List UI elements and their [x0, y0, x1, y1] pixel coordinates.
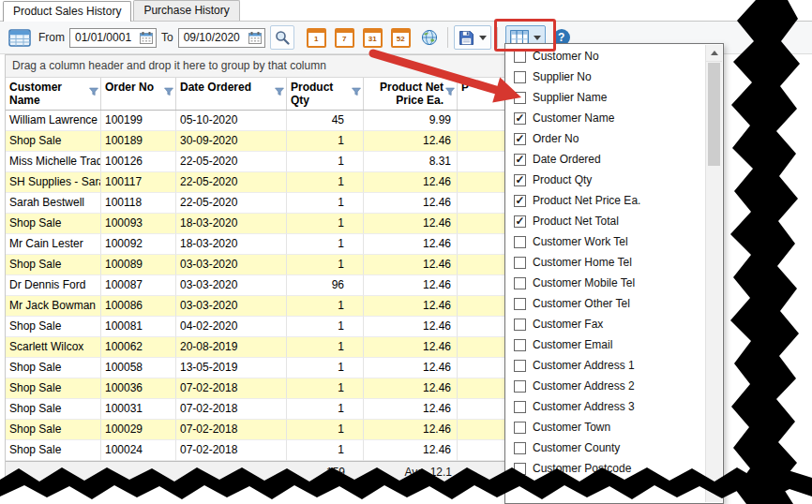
- unchecked-checkbox[interactable]: [514, 257, 526, 269]
- column-chooser-item-customer-postcode[interactable]: Customer Postcode: [506, 458, 706, 479]
- column-chooser-item-supplier-name[interactable]: Supplier Name: [506, 87, 706, 108]
- column-chooser-item-label: Customer Address 3: [533, 400, 635, 413]
- unchecked-checkbox[interactable]: [514, 360, 526, 372]
- column-chooser-item-product-qty[interactable]: ✓Product Qty: [506, 170, 706, 190]
- table-cell: 1: [287, 214, 364, 234]
- period-number: 31: [365, 33, 381, 46]
- unchecked-checkbox[interactable]: [514, 236, 526, 248]
- table-cell: Sarah Bestwell: [6, 193, 101, 214]
- from-date-input[interactable]: 01/01/0001: [69, 28, 157, 48]
- chevron-down-icon[interactable]: [479, 36, 487, 40]
- filter-icon[interactable]: [352, 87, 361, 96]
- unchecked-checkbox[interactable]: [514, 339, 526, 351]
- checked-checkbox[interactable]: ✓: [514, 154, 526, 166]
- table-cell: Scarlett Wilcox: [6, 337, 101, 358]
- table-cell: Shop Sale: [6, 440, 101, 461]
- unchecked-checkbox[interactable]: [514, 92, 526, 104]
- unchecked-checkbox[interactable]: [514, 51, 526, 63]
- to-date-input[interactable]: 09/10/2020: [178, 28, 265, 48]
- table-cell: 07-02-2018: [176, 378, 287, 399]
- checked-checkbox[interactable]: ✓: [514, 133, 526, 145]
- scrollbar-thumb[interactable]: [708, 63, 720, 166]
- column-chooser-item-customer-mobile-tel[interactable]: Customer Mobile Tel: [506, 273, 706, 293]
- column-header-label: P: [461, 81, 469, 94]
- column-chooser-item-date-ordered[interactable]: ✓Date Ordered: [506, 149, 706, 170]
- column-chooser-item-label: Customer Name: [533, 111, 614, 125]
- globe-button[interactable]: [417, 25, 442, 50]
- column-chooser-item-product-net-total[interactable]: ✓Product Net Total: [506, 211, 706, 231]
- tab-purchase-history[interactable]: Purchase History: [133, 0, 239, 21]
- column-chooser-item-customer-address-3[interactable]: Customer Address 3: [506, 396, 706, 417]
- checked-checkbox[interactable]: ✓: [514, 195, 526, 207]
- table-cell: 1: [287, 399, 364, 420]
- checked-checkbox[interactable]: ✓: [514, 215, 526, 228]
- period-31-button[interactable]: 31: [360, 25, 385, 50]
- period-7-button[interactable]: 7: [332, 25, 357, 50]
- table-cell: 22-05-2020: [176, 152, 287, 172]
- column-header-label: Order No: [105, 81, 154, 94]
- table-cell: 100118: [101, 193, 176, 214]
- checked-checkbox[interactable]: ✓: [514, 174, 526, 186]
- period-number: 1: [308, 33, 324, 46]
- search-button[interactable]: [270, 25, 294, 50]
- table-cell: 12.46: [364, 337, 458, 358]
- column-chooser-item-customer-home-tel[interactable]: Customer Home Tel: [506, 252, 706, 273]
- to-date-value: 09/10/2020: [184, 31, 240, 44]
- column-chooser-item-supplier-no[interactable]: Supplier No: [506, 67, 706, 87]
- column-header-label: Date Ordered: [180, 81, 251, 94]
- table-cell: 13-05-2019: [176, 358, 287, 378]
- save-split-button[interactable]: [454, 25, 491, 50]
- column-chooser-item-customer-work-tel[interactable]: Customer Work Tel: [506, 231, 706, 252]
- column-chooser-item-label: Customer Town: [533, 421, 610, 434]
- column-chooser-item-label: Product Qty: [533, 173, 592, 186]
- column-chooser-item-order-no[interactable]: ✓Order No: [506, 128, 706, 149]
- table-cell: 22-05-2020: [176, 172, 287, 193]
- calendar-icon[interactable]: [248, 32, 262, 44]
- column-chooser-item-customer-email[interactable]: Customer Email: [506, 334, 706, 355]
- column-chooser-item-customer-town[interactable]: Customer Town: [506, 417, 706, 437]
- grid-view-button[interactable]: [6, 25, 34, 50]
- period-1-button[interactable]: 1: [304, 25, 329, 50]
- scroll-up-button[interactable]: [706, 45, 722, 62]
- unchecked-checkbox[interactable]: [514, 298, 526, 310]
- unchecked-checkbox[interactable]: [514, 319, 526, 331]
- filter-icon[interactable]: [164, 87, 173, 96]
- filter-icon[interactable]: [445, 87, 455, 96]
- unchecked-checkbox[interactable]: [514, 277, 526, 289]
- column-header-label: Product Net Price Ea.: [368, 81, 444, 107]
- filter-icon[interactable]: [275, 87, 284, 96]
- column-chooser-item-product-net-price-ea[interactable]: ✓Product Net Price Ea.: [506, 190, 706, 211]
- column-chooser-item-customer-address-1[interactable]: Customer Address 1: [506, 355, 706, 376]
- dropdown-scrollbar[interactable]: [705, 45, 722, 502]
- summary-qty-total: 159: [287, 462, 364, 483]
- column-header-date-ordered[interactable]: Date Ordered: [176, 78, 287, 110]
- column-chooser-item-customer-county[interactable]: Customer County: [506, 437, 706, 458]
- table-cell: 1: [287, 172, 364, 193]
- column-header-order-no[interactable]: Order No: [101, 78, 176, 110]
- tab-product-sales-history[interactable]: Product Sales History: [3, 1, 131, 22]
- checked-checkbox[interactable]: ✓: [514, 112, 526, 125]
- column-chooser-item-customer-name[interactable]: ✓Customer Name: [506, 108, 706, 128]
- table-cell: 100058: [101, 358, 176, 378]
- table-cell: Shop Sale: [6, 214, 101, 234]
- filter-icon[interactable]: [89, 87, 98, 96]
- column-chooser-item-customer-address-2[interactable]: Customer Address 2: [506, 376, 706, 396]
- column-chooser-item-customer-fax[interactable]: Customer Fax: [506, 314, 706, 334]
- column-chooser-item-label: Product Net Price Ea.: [533, 194, 640, 207]
- unchecked-checkbox[interactable]: [514, 463, 526, 475]
- table-cell: 1: [287, 193, 364, 214]
- calendar-page-icon: 1: [307, 28, 326, 48]
- unchecked-checkbox[interactable]: [514, 442, 526, 454]
- column-header-product-net-price-ea[interactable]: Product Net Price Ea.: [364, 78, 458, 110]
- period-52-button[interactable]: 52: [388, 25, 414, 50]
- table-cell: 100029: [101, 420, 176, 440]
- unchecked-checkbox[interactable]: [514, 71, 526, 83]
- calendar-icon[interactable]: [140, 32, 153, 44]
- column-header-customer-name[interactable]: Customer Name: [6, 78, 101, 110]
- unchecked-checkbox[interactable]: [514, 401, 526, 413]
- table-cell: 03-03-2020: [176, 255, 287, 275]
- column-chooser-item-customer-other-tel[interactable]: Customer Other Tel: [506, 293, 706, 314]
- unchecked-checkbox[interactable]: [514, 422, 526, 434]
- column-header-product-qty[interactable]: Product Qty: [287, 78, 364, 110]
- unchecked-checkbox[interactable]: [514, 380, 526, 393]
